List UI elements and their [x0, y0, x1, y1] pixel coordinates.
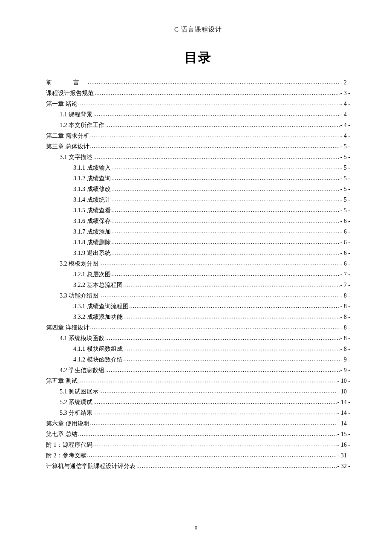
- toc-entry-label: 3.2.1 总层次图: [73, 269, 111, 280]
- toc-entry-page: - 6 -: [340, 237, 350, 248]
- toc-entry[interactable]: 第二章 需求分析- 4 -: [46, 131, 350, 142]
- toc-entry-label: 3.1.6 成绩保存: [73, 216, 111, 227]
- toc-entry-label: 5.2 系统调试: [60, 397, 92, 408]
- toc-entry[interactable]: 3.1.5 成绩查看- 5 -: [46, 205, 350, 216]
- toc-entry[interactable]: 3.3.2 成绩添加功能- 8 -: [46, 312, 350, 323]
- toc-entry-label: 3.2.2 基本总流程图: [73, 280, 123, 291]
- toc-entry[interactable]: 5.1 测试图展示- 10 -: [46, 387, 350, 397]
- toc-leader: [124, 344, 340, 354]
- toc-entry-page: - 14 -: [337, 397, 350, 408]
- toc-entry-label: 3.1.9 退出系统: [73, 248, 111, 259]
- toc-leader: [78, 99, 340, 109]
- toc-leader: [93, 440, 337, 450]
- toc-leader: [112, 216, 340, 226]
- toc-leader: [112, 173, 340, 183]
- toc-entry[interactable]: 附 1：源程序代码- 16 -: [46, 440, 350, 451]
- toc-entry-label: 第二章 需求分析: [46, 131, 89, 142]
- toc-entry-page: - 4 -: [340, 110, 350, 120]
- toc-entry-label: 附 2：参考文献: [46, 451, 86, 461]
- toc-entry-label: 3.3.1 成绩查询流程图: [73, 301, 129, 312]
- toc-entry-label: 5.3 分析结果: [60, 408, 92, 419]
- toc-entry[interactable]: 4.1.2 模块函数介绍- 9 -: [46, 355, 350, 365]
- toc-entry[interactable]: 3.1.1 成绩输入- 5 -: [46, 163, 350, 173]
- toc-entry[interactable]: 4.1 系统模块函数- 8 -: [46, 333, 350, 344]
- toc-leader: [93, 408, 337, 418]
- toc-entry-page: - 6 -: [340, 227, 350, 237]
- toc-entry-label: 4.1 系统模块函数: [60, 333, 104, 344]
- toc-leader: [88, 78, 340, 87]
- toc-entry-page: - 6 -: [340, 216, 350, 227]
- toc-entry[interactable]: 计算机与通信学院课程设计评分表- 32 -: [46, 461, 350, 472]
- toc-leader: [112, 237, 340, 247]
- toc-entry-page: - 16 -: [337, 440, 350, 451]
- toc-entry[interactable]: 4.2 学生信息数组- 9 -: [46, 365, 350, 376]
- toc-leader: [124, 280, 340, 290]
- toc-entry[interactable]: 3.1.6 成绩保存- 6 -: [46, 216, 350, 227]
- toc-entry-page: - 31 -: [337, 451, 350, 461]
- toc-entry-label: 1.1 课程背景: [60, 110, 92, 120]
- toc-entry[interactable]: 5.3 分析结果- 14 -: [46, 408, 350, 419]
- toc-leader: [105, 120, 340, 130]
- toc-entry[interactable]: 3.2 模板划分图- 6 -: [46, 259, 350, 269]
- toc-leader: [93, 397, 337, 407]
- toc-leader: [130, 301, 340, 311]
- toc-entry-page: - 5 -: [340, 205, 350, 216]
- toc-entry[interactable]: 3.1.9 退出系统- 6 -: [46, 248, 350, 259]
- toc-entry[interactable]: 课程设计报告规范- 3 -: [46, 88, 350, 99]
- toc-entry-label: 3.1.5 成绩查看: [73, 205, 111, 216]
- toc-entry[interactable]: 3.2.2 基本总流程图- 7 -: [46, 280, 350, 291]
- toc-entry[interactable]: 前 言- 2 -: [46, 78, 350, 88]
- toc-leader: [95, 88, 340, 98]
- toc-leader: [93, 110, 340, 119]
- toc-entry-page: - 5 -: [340, 142, 350, 152]
- toc-leader: [93, 152, 340, 162]
- toc-entry-page: - 8 -: [340, 344, 350, 355]
- toc-leader: [112, 227, 340, 237]
- toc-entry-page: - 10 -: [337, 376, 350, 387]
- toc-entry[interactable]: 第七章 总结- 15 -: [46, 429, 350, 440]
- toc-entry-page: - 5 -: [340, 163, 350, 173]
- toc-entry[interactable]: 3.1.2 成绩查询- 5 -: [46, 173, 350, 184]
- toc-entry[interactable]: 3.1.3 成绩修改- 5 -: [46, 184, 350, 195]
- toc-entry[interactable]: 3.1.8 成绩删除- 6 -: [46, 237, 350, 248]
- toc-container: 前 言- 2 -课程设计报告规范- 3 -第一章 绪论- 4 -1.1 课程背景…: [46, 78, 350, 472]
- toc-entry[interactable]: 4.1.1 模块函数组成- 8 -: [46, 344, 350, 355]
- toc-entry[interactable]: 3.1 文字描述- 5 -: [46, 152, 350, 163]
- toc-leader: [99, 259, 340, 269]
- toc-entry[interactable]: 1.2 本文所作工作- 4 -: [46, 120, 350, 131]
- toc-entry-label: 4.1.2 模块函数介绍: [73, 355, 123, 365]
- toc-entry-label: 3.2 模板划分图: [60, 259, 98, 269]
- toc-title: 目录: [46, 49, 350, 66]
- toc-entry[interactable]: 第五章 测试- 10 -: [46, 376, 350, 387]
- toc-entry[interactable]: 3.2.1 总层次图- 7 -: [46, 269, 350, 280]
- toc-entry-label: 4.2 学生信息数组: [60, 365, 104, 376]
- toc-entry[interactable]: 附 2：参考文献- 31 -: [46, 451, 350, 461]
- toc-entry[interactable]: 3.1.4 成绩统计- 5 -: [46, 195, 350, 205]
- toc-entry-page: - 7 -: [340, 280, 350, 291]
- toc-entry-page: - 4 -: [340, 120, 350, 131]
- toc-entry-page: - 5 -: [340, 173, 350, 184]
- toc-entry[interactable]: 第六章 使用说明- 14 -: [46, 419, 350, 429]
- toc-entry-label: 前 言: [46, 78, 87, 88]
- toc-entry[interactable]: 5.2 系统调试- 14 -: [46, 397, 350, 408]
- toc-entry[interactable]: 第一章 绪论- 4 -: [46, 99, 350, 110]
- toc-leader: [124, 312, 340, 322]
- toc-entry-label: 第一章 绪论: [46, 99, 78, 110]
- toc-leader: [90, 419, 337, 428]
- toc-entry-page: - 5 -: [340, 195, 350, 205]
- toc-entry[interactable]: 1.1 课程背景- 4 -: [46, 110, 350, 120]
- toc-leader: [90, 131, 340, 141]
- toc-entry[interactable]: 3.3.1 成绩查询流程图- 8 -: [46, 301, 350, 312]
- toc-entry-label: 第三章 总体设计: [46, 142, 89, 152]
- toc-leader: [124, 355, 340, 364]
- toc-leader: [112, 269, 340, 279]
- toc-entry-label: 3.3.2 成绩添加功能: [73, 312, 123, 323]
- toc-leader: [90, 323, 340, 332]
- toc-entry-page: - 7 -: [340, 269, 350, 280]
- toc-entry[interactable]: 3.3 功能介绍图- 8 -: [46, 291, 350, 301]
- toc-entry[interactable]: 第四章 详细设计- 8 -: [46, 323, 350, 333]
- toc-entry[interactable]: 第三章 总体设计- 5 -: [46, 142, 350, 152]
- toc-entry-page: - 32 -: [337, 461, 350, 472]
- toc-entry[interactable]: 3.1.7 成绩添加- 6 -: [46, 227, 350, 237]
- toc-entry-label: 3.1.2 成绩查询: [73, 173, 111, 184]
